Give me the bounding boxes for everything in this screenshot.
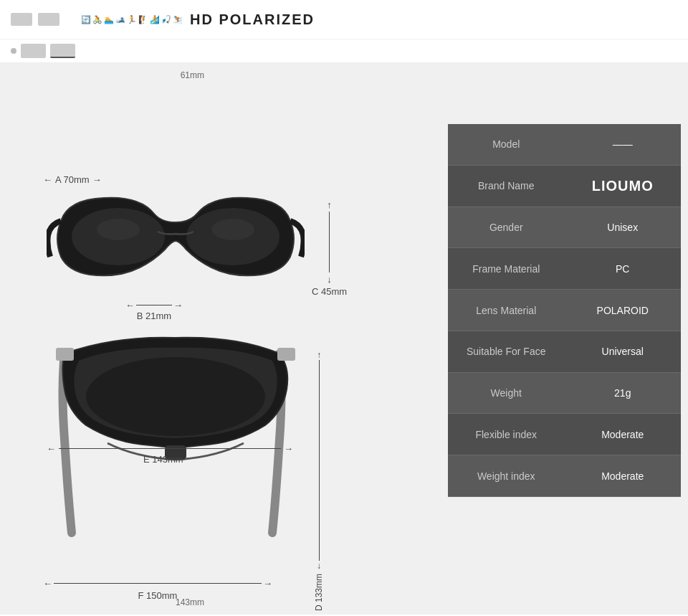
dim-d-text: D 133mm [314, 574, 324, 611]
spec-label-5: Suitable For Face [448, 346, 565, 357]
activity-icons: 🔄 🚴 🏊 🎿 🏃 🧗 🏄 🎣 ⛷️ [81, 15, 183, 24]
dim-b-label: ←→ B 21mm [125, 300, 183, 321]
spec-value-3: PC [565, 263, 682, 275]
thumbnail-1[interactable] [11, 13, 32, 26]
thumb-nav-1[interactable] [21, 44, 46, 58]
spec-row-7: Flexible indexModerate [448, 414, 681, 455]
svg-rect-7 [277, 348, 295, 361]
spec-row-5: Suitable For FaceUniversal [448, 331, 681, 373]
spec-value-0: —— [565, 138, 682, 150]
spec-label-8: Weight index [448, 470, 565, 482]
svg-point-4 [86, 357, 265, 436]
dim-d-label: ↑ ↓ D 133mm [314, 350, 324, 611]
spec-label-3: Frame Material [448, 263, 565, 275]
main-content: 61mm ← A 70mm → [0, 63, 688, 615]
spec-value-2: Unisex [565, 222, 682, 233]
svg-rect-6 [56, 348, 74, 361]
spec-row-0: Model—— [448, 124, 681, 166]
spec-value-4: POLAROID [565, 305, 682, 316]
thumb-nav-2[interactable] [50, 44, 75, 58]
icon-9: ⛷️ [173, 15, 183, 24]
svg-point-3 [211, 219, 254, 240]
spec-label-1: Brand Name [448, 180, 565, 191]
top-bar: 🔄 🚴 🏊 🎿 🏃 🧗 🏄 🎣 ⛷️ HD POLARIZED [0, 0, 688, 39]
dim-c-text: C 45mm [312, 286, 347, 297]
dim-a-label: ← A 70mm → [43, 174, 102, 185]
icon-1: 🔄 [81, 15, 91, 24]
arrow-left-a: ← [43, 174, 52, 185]
spec-label-2: Gender [448, 222, 565, 233]
spec-row-1: Brand NameLIOUMO [448, 166, 681, 207]
spec-value-1: LIOUMO [565, 178, 682, 194]
icon-7: 🏄 [150, 15, 160, 24]
dim-f-text: F 150mm [138, 590, 178, 601]
spec-value-7: Moderate [565, 429, 682, 440]
diagram-area: 61mm ← A 70mm → [0, 63, 448, 615]
icon-3: 🏊 [104, 15, 114, 24]
icon-4: 🎿 [115, 15, 125, 24]
dim-b-text: B 21mm [137, 311, 171, 321]
sunglasses-front-view [47, 185, 305, 306]
arrow-right-a: → [92, 174, 102, 185]
icon-6: 🧗 [138, 15, 148, 24]
spec-row-8: Weight indexModerate [448, 455, 681, 497]
spec-label-4: Lens Material [448, 305, 565, 316]
specs-table: Model——Brand NameLIOUMOGenderUnisexFrame… [448, 124, 681, 497]
svg-point-2 [97, 219, 140, 240]
spec-label-7: Flexible index [448, 429, 565, 440]
spec-value-6: 21g [565, 387, 682, 399]
dim-c-label: ↑ ↓ C 45mm [312, 199, 347, 297]
hd-polarized-label: HD POLARIZED [190, 11, 315, 28]
spec-value-8: Moderate [565, 470, 682, 482]
thumb-dot [11, 48, 16, 54]
dim-a-text: A 70mm [55, 174, 90, 185]
icon-2: 🚴 [92, 15, 102, 24]
icon-5: 🏃 [127, 15, 137, 24]
dim-e-label: ← → [47, 443, 293, 454]
dim-e-text: E 143mm [143, 454, 183, 465]
spec-row-4: Lens MaterialPOLAROID [448, 290, 681, 331]
spec-row-6: Weight21g [448, 373, 681, 414]
thumb-row [0, 39, 688, 63]
dim-f-label: ← → F 150mm [43, 578, 272, 601]
dim-top: 61mm [181, 70, 204, 80]
spec-row-2: GenderUnisex [448, 207, 681, 249]
icon-8: 🎣 [161, 15, 171, 24]
thumbnail-2[interactable] [38, 13, 59, 26]
thumbnail-strip [11, 13, 59, 26]
spec-label-6: Weight [448, 387, 565, 399]
spec-label-0: Model [448, 138, 565, 150]
spec-value-5: Universal [565, 346, 682, 357]
dim-bottom: 143mm [176, 597, 204, 607]
spec-row-3: Frame MaterialPC [448, 248, 681, 290]
